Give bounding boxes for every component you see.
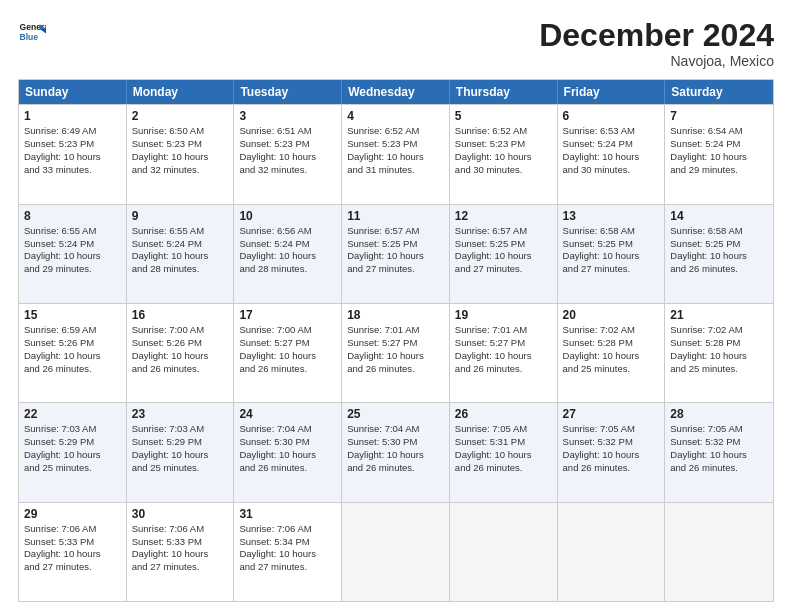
day-info-line: Sunrise: 7:05 AM	[670, 423, 768, 436]
day-info-line: Sunset: 5:29 PM	[24, 436, 121, 449]
day-info-line: Daylight: 10 hours	[239, 151, 336, 164]
day-number: 14	[670, 208, 768, 224]
day-info-line: Sunrise: 6:58 AM	[563, 225, 660, 238]
day-number: 15	[24, 307, 121, 323]
day-number: 24	[239, 406, 336, 422]
day-info-line: Daylight: 10 hours	[132, 250, 229, 263]
day-info-line: Sunset: 5:23 PM	[347, 138, 444, 151]
day-info-line: Daylight: 10 hours	[455, 350, 552, 363]
svg-text:Blue: Blue	[20, 32, 39, 42]
day-info-line: Sunrise: 6:55 AM	[132, 225, 229, 238]
day-info-line: Sunrise: 7:00 AM	[239, 324, 336, 337]
day-info-line: Sunset: 5:33 PM	[132, 536, 229, 549]
calendar-row-5: 29Sunrise: 7:06 AMSunset: 5:33 PMDayligh…	[19, 502, 773, 601]
day-cell-4: 4Sunrise: 6:52 AMSunset: 5:23 PMDaylight…	[342, 105, 450, 203]
day-header-thursday: Thursday	[450, 80, 558, 104]
day-info-line: and 28 minutes.	[132, 263, 229, 276]
day-info-line: Daylight: 10 hours	[132, 350, 229, 363]
day-number: 30	[132, 506, 229, 522]
day-header-tuesday: Tuesday	[234, 80, 342, 104]
day-info-line: Daylight: 10 hours	[563, 151, 660, 164]
day-info-line: Sunset: 5:31 PM	[455, 436, 552, 449]
day-info-line: and 26 minutes.	[670, 263, 768, 276]
calendar: SundayMondayTuesdayWednesdayThursdayFrid…	[18, 79, 774, 602]
day-number: 7	[670, 108, 768, 124]
day-info-line: Sunrise: 7:05 AM	[563, 423, 660, 436]
day-number: 12	[455, 208, 552, 224]
day-number: 2	[132, 108, 229, 124]
day-cell-24: 24Sunrise: 7:04 AMSunset: 5:30 PMDayligh…	[234, 403, 342, 501]
day-info-line: Sunrise: 7:02 AM	[563, 324, 660, 337]
day-info-line: Sunset: 5:28 PM	[670, 337, 768, 350]
day-info-line: Daylight: 10 hours	[670, 350, 768, 363]
day-header-friday: Friday	[558, 80, 666, 104]
day-info-line: Daylight: 10 hours	[239, 250, 336, 263]
generalblue-logo-icon: General Blue	[18, 18, 46, 46]
day-number: 17	[239, 307, 336, 323]
day-info-line: Daylight: 10 hours	[24, 151, 121, 164]
day-info-line: Sunrise: 7:03 AM	[24, 423, 121, 436]
day-info-line: and 25 minutes.	[132, 462, 229, 475]
day-info-line: Sunrise: 6:57 AM	[347, 225, 444, 238]
day-info-line: and 28 minutes.	[239, 263, 336, 276]
logo: General Blue	[18, 18, 46, 46]
day-cell-18: 18Sunrise: 7:01 AMSunset: 5:27 PMDayligh…	[342, 304, 450, 402]
day-info-line: Daylight: 10 hours	[347, 449, 444, 462]
day-header-monday: Monday	[127, 80, 235, 104]
location: Navojoa, Mexico	[539, 53, 774, 69]
day-info-line: and 26 minutes.	[347, 462, 444, 475]
day-info-line: Sunset: 5:23 PM	[239, 138, 336, 151]
day-number: 21	[670, 307, 768, 323]
day-cell-11: 11Sunrise: 6:57 AMSunset: 5:25 PMDayligh…	[342, 205, 450, 303]
day-info-line: and 29 minutes.	[24, 263, 121, 276]
day-cell-6: 6Sunrise: 6:53 AMSunset: 5:24 PMDaylight…	[558, 105, 666, 203]
day-info-line: and 27 minutes.	[347, 263, 444, 276]
day-info-line: and 26 minutes.	[670, 462, 768, 475]
day-info-line: and 27 minutes.	[563, 263, 660, 276]
day-info-line: Sunrise: 6:59 AM	[24, 324, 121, 337]
calendar-row-4: 22Sunrise: 7:03 AMSunset: 5:29 PMDayligh…	[19, 402, 773, 501]
day-number: 23	[132, 406, 229, 422]
day-info-line: and 30 minutes.	[563, 164, 660, 177]
day-info-line: Sunrise: 7:01 AM	[347, 324, 444, 337]
day-info-line: Sunset: 5:24 PM	[563, 138, 660, 151]
day-info-line: and 25 minutes.	[670, 363, 768, 376]
day-cell-27: 27Sunrise: 7:05 AMSunset: 5:32 PMDayligh…	[558, 403, 666, 501]
day-info-line: and 26 minutes.	[239, 462, 336, 475]
day-info-line: Sunrise: 7:06 AM	[132, 523, 229, 536]
day-info-line: Sunrise: 7:00 AM	[132, 324, 229, 337]
day-info-line: Daylight: 10 hours	[347, 151, 444, 164]
day-header-saturday: Saturday	[665, 80, 773, 104]
day-info-line: Sunset: 5:25 PM	[347, 238, 444, 251]
day-header-sunday: Sunday	[19, 80, 127, 104]
day-info-line: and 26 minutes.	[24, 363, 121, 376]
day-info-line: Sunset: 5:29 PM	[132, 436, 229, 449]
day-number: 1	[24, 108, 121, 124]
calendar-row-2: 8Sunrise: 6:55 AMSunset: 5:24 PMDaylight…	[19, 204, 773, 303]
day-header-wednesday: Wednesday	[342, 80, 450, 104]
day-info-line: Sunset: 5:25 PM	[670, 238, 768, 251]
day-number: 3	[239, 108, 336, 124]
day-number: 4	[347, 108, 444, 124]
day-info-line: Daylight: 10 hours	[24, 449, 121, 462]
calendar-header: SundayMondayTuesdayWednesdayThursdayFrid…	[19, 80, 773, 104]
day-info-line: Sunset: 5:27 PM	[347, 337, 444, 350]
day-info-line: and 27 minutes.	[239, 561, 336, 574]
day-info-line: Daylight: 10 hours	[239, 548, 336, 561]
day-cell-28: 28Sunrise: 7:05 AMSunset: 5:32 PMDayligh…	[665, 403, 773, 501]
day-number: 31	[239, 506, 336, 522]
day-cell-15: 15Sunrise: 6:59 AMSunset: 5:26 PMDayligh…	[19, 304, 127, 402]
day-info-line: and 27 minutes.	[24, 561, 121, 574]
day-number: 20	[563, 307, 660, 323]
day-cell-12: 12Sunrise: 6:57 AMSunset: 5:25 PMDayligh…	[450, 205, 558, 303]
day-info-line: and 26 minutes.	[455, 363, 552, 376]
day-info-line: Daylight: 10 hours	[24, 250, 121, 263]
day-number: 13	[563, 208, 660, 224]
day-cell-10: 10Sunrise: 6:56 AMSunset: 5:24 PMDayligh…	[234, 205, 342, 303]
day-info-line: Sunrise: 6:54 AM	[670, 125, 768, 138]
day-number: 5	[455, 108, 552, 124]
day-info-line: and 26 minutes.	[563, 462, 660, 475]
day-number: 10	[239, 208, 336, 224]
page: General Blue December 2024 Navojoa, Mexi…	[0, 0, 792, 612]
day-info-line: Sunrise: 6:50 AM	[132, 125, 229, 138]
